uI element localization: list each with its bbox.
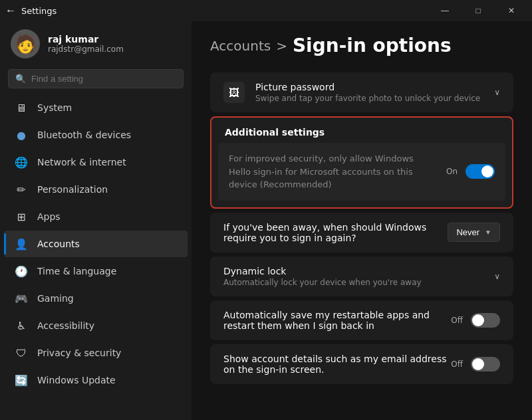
picture-password-chevron: ∨ <box>494 88 500 97</box>
additional-settings-toggle[interactable] <box>466 164 495 179</box>
titlebar: ← Settings — □ ✕ <box>0 0 532 21</box>
dynamic-lock-subtitle: Automatically lock your device when you'… <box>223 278 494 287</box>
user-email: rajdstr@gmail.com <box>48 45 124 54</box>
sidebar-item-label: Apps <box>37 211 61 222</box>
sign-in-away-text: If you've been away, when should Windows… <box>223 222 448 243</box>
toggle-knob-account <box>472 358 484 370</box>
picture-password-text: Picture password Swipe and tap your favo… <box>255 82 494 103</box>
user-name: raj kumar <box>48 34 124 45</box>
titlebar-controls: — □ ✕ <box>430 0 527 21</box>
dynamic-lock-chevron: ∨ <box>494 272 500 281</box>
bluetooth-icon: ● <box>15 128 28 142</box>
sidebar-item-label: Privacy & security <box>37 348 121 358</box>
sidebar-item-label: Gaming <box>37 293 74 304</box>
search-icon: 🔍 <box>15 74 26 84</box>
restart-apps-toggle-label: Off <box>451 316 463 325</box>
toggle-knob <box>481 165 493 177</box>
sidebar-item-label: Time & language <box>37 266 116 276</box>
app-body: 🧑 raj kumar rajdstr@gmail.com 🔍 🖥 System… <box>0 21 532 420</box>
additional-settings-text: For improved security, only allow Window… <box>229 152 436 191</box>
system-icon: 🖥 <box>15 101 28 114</box>
sidebar-item-privacy[interactable]: 🛡 Privacy & security <box>4 340 188 366</box>
breadcrumb: Accounts > Sign-in options <box>210 35 513 56</box>
sidebar-item-label: Network & internet <box>37 157 126 167</box>
restart-apps-text: Automatically save my restartable apps a… <box>223 310 451 331</box>
picture-password-title: Picture password <box>255 82 494 92</box>
account-details-toggle-wrap: Off <box>451 357 500 371</box>
additional-settings-inner: For improved security, only allow Window… <box>218 143 505 201</box>
network-icon: 🌐 <box>15 156 28 169</box>
sign-in-away-label: If you've been away, when should Windows… <box>223 222 448 243</box>
apps-icon: ⊞ <box>15 210 28 223</box>
sidebar-item-label: Bluetooth & devices <box>37 130 131 140</box>
additional-settings-toggle-wrap: On <box>446 164 495 179</box>
sidebar-item-label: Windows Update <box>37 375 116 385</box>
picture-password-card[interactable]: 🖼 Picture password Swipe and tap your fa… <box>210 72 513 112</box>
dynamic-lock-row[interactable]: Dynamic lock Automatically lock your dev… <box>210 257 513 296</box>
time-icon: 🕐 <box>15 264 28 278</box>
user-text: raj kumar rajdstr@gmail.com <box>48 34 124 54</box>
user-info: 🧑 raj kumar rajdstr@gmail.com <box>0 21 192 66</box>
dropdown-value: Never <box>456 227 479 237</box>
dynamic-lock-card[interactable]: Dynamic lock Automatically lock your dev… <box>210 257 513 296</box>
avatar: 🧑 <box>11 29 40 58</box>
toggle-knob-restart <box>472 314 484 326</box>
sidebar-item-update[interactable]: 🔄 Windows Update <box>4 367 188 393</box>
breadcrumb-current: Sign-in options <box>293 35 452 56</box>
additional-settings-card: Additional settings For improved securit… <box>210 116 513 209</box>
picture-password-row[interactable]: 🖼 Picture password Swipe and tap your fa… <box>210 72 513 112</box>
account-details-toggle[interactable] <box>471 357 500 371</box>
accessibility-icon: ♿ <box>15 319 28 332</box>
dynamic-lock-title: Dynamic lock <box>223 266 494 276</box>
maximize-button[interactable]: □ <box>463 0 493 21</box>
minimize-button[interactable]: — <box>430 0 460 21</box>
restart-apps-row: Automatically save my restartable apps a… <box>210 300 513 340</box>
update-icon: 🔄 <box>15 373 28 387</box>
privacy-icon: 🛡 <box>15 346 28 360</box>
sidebar-item-personalization[interactable]: ✏️ Personalization <box>4 176 188 203</box>
account-details-card: Show account details such as my email ad… <box>210 344 513 384</box>
restart-apps-card: Automatically save my restartable apps a… <box>210 300 513 340</box>
picture-password-left: 🖼 Picture password Swipe and tap your fa… <box>223 82 494 103</box>
sidebar-item-accessibility[interactable]: ♿ Accessibility <box>4 312 188 339</box>
picture-password-icon: 🖼 <box>223 82 245 103</box>
additional-settings-title: Additional settings <box>211 118 512 143</box>
titlebar-left: ← Settings <box>5 5 57 17</box>
dropdown-chevron-icon: ▼ <box>485 229 491 236</box>
sign-in-away-card: If you've been away, when should Windows… <box>210 213 513 253</box>
sidebar-item-accounts[interactable]: 👤 Accounts <box>4 231 188 257</box>
titlebar-title: Settings <box>21 6 57 16</box>
picture-password-subtitle: Swipe and tap your favorite photo to unl… <box>255 94 494 103</box>
gaming-icon: 🎮 <box>15 292 28 305</box>
sidebar-item-time[interactable]: 🕐 Time & language <box>4 258 188 284</box>
account-details-label: Show account details such as my email ad… <box>223 354 451 375</box>
sidebar-item-label: Accessibility <box>37 320 94 331</box>
restart-apps-label: Automatically save my restartable apps a… <box>223 310 451 331</box>
close-button[interactable]: ✕ <box>496 0 527 21</box>
search-box[interactable]: 🔍 <box>8 69 184 88</box>
account-details-text: Show account details such as my email ad… <box>223 354 451 375</box>
accounts-icon: 👤 <box>15 237 28 251</box>
sign-in-away-dropdown[interactable]: Never ▼ <box>448 223 500 242</box>
sign-in-away-row: If you've been away, when should Windows… <box>210 213 513 253</box>
account-details-row: Show account details such as my email ad… <box>210 344 513 384</box>
sidebar-item-label: Personalization <box>37 184 108 195</box>
sidebar-item-gaming[interactable]: 🎮 Gaming <box>4 285 188 312</box>
personalization-icon: ✏️ <box>15 183 28 196</box>
back-button[interactable]: ← <box>5 5 16 17</box>
breadcrumb-parent: Accounts <box>210 38 271 54</box>
sidebar-item-network[interactable]: 🌐 Network & internet <box>4 149 188 175</box>
sidebar-item-system[interactable]: 🖥 System <box>4 94 188 121</box>
sidebar-item-bluetooth[interactable]: ● Bluetooth & devices <box>4 122 188 148</box>
search-input[interactable] <box>31 74 176 84</box>
account-details-toggle-label: Off <box>451 360 463 369</box>
restart-apps-toggle[interactable] <box>471 313 500 328</box>
sidebar-nav: 🖥 System ● Bluetooth & devices 🌐 Network… <box>0 94 192 394</box>
main-content: Accounts > Sign-in options 🖼 Picture pas… <box>192 21 532 420</box>
sidebar: 🧑 raj kumar rajdstr@gmail.com 🔍 🖥 System… <box>0 21 192 420</box>
sidebar-item-apps[interactable]: ⊞ Apps <box>4 203 188 230</box>
restart-apps-toggle-wrap: Off <box>451 313 500 328</box>
sidebar-item-label: System <box>37 102 72 113</box>
sidebar-item-label: Accounts <box>37 239 80 249</box>
breadcrumb-separator: > <box>276 38 287 54</box>
